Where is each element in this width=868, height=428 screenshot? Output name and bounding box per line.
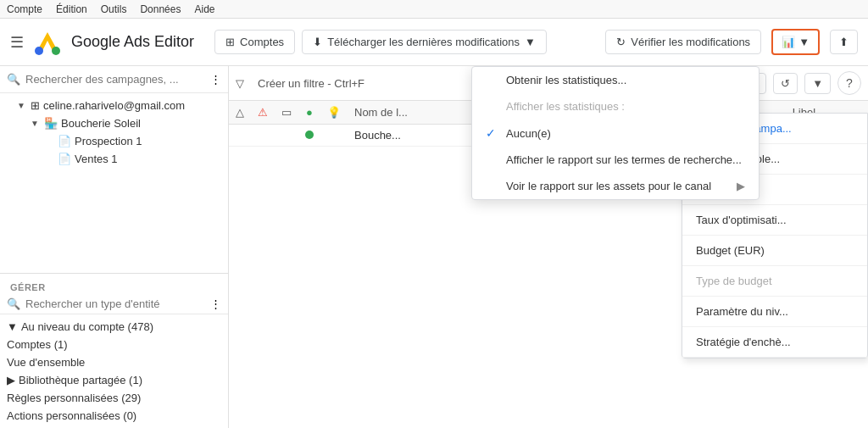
download-button[interactable]: ⬇ Télécharger les dernières modification… [302,30,547,54]
merchant-expand-icon: ▼ [31,119,41,128]
campaign-icon: 📄 [58,135,71,147]
download-chevron-icon: ▼ [525,36,536,48]
stats-chevron: ▼ [798,36,810,48]
right-col-budget[interactable]: Budget (EUR) [682,236,867,266]
col-name[interactable]: Nom de l... [348,101,467,125]
menu-compte[interactable]: Compte [7,3,42,15]
cell-warning [251,125,275,147]
stats-button[interactable]: 📊 ▼ [771,29,820,55]
manage-tree: ▼ Au niveau du compte (478) Comptes (1) … [0,314,228,428]
merchant-item[interactable]: ▼ 🏪 Boucherie Soleil [0,114,228,132]
col-square: ▭ [275,101,298,125]
campaign-item-ventes[interactable]: 📄 Ventes 1 [0,150,228,168]
cell-square [275,125,298,147]
afficher-stats-item: Afficher les statistiques : [472,93,759,120]
download-icon: ⬇ [313,36,322,48]
manage-label: GÉRER [0,277,228,294]
filter-button[interactable]: Créer un filtre - Ctrl+F [251,74,371,93]
sidebar-search-area: 🔍 ⋮ [0,66,228,93]
main-layout: 🔍 ⋮ ▼ ⊞ celine.raharivelo@gmail.com ▼ 🏪 … [0,66,868,428]
hamburger-icon[interactable]: ☰ [10,33,24,52]
account-item[interactable]: ▼ ⊞ celine.raharivelo@gmail.com [0,97,228,114]
aucune-item[interactable]: ✓ Aucun(e) [472,120,759,147]
campaign2-icon: 📄 [58,153,71,165]
manage-more-icon[interactable]: ⋮ [210,297,221,310]
merchant-icon: 🏪 [44,117,58,130]
refresh-icon-button[interactable]: ↺ [773,73,798,94]
manage-section: GÉRER 🔍 ⋮ ▼ Au niveau du compte (478) Co… [0,273,228,428]
verify-button[interactable]: ↻ Vérifier les modifications [605,30,761,54]
help-button[interactable]: ? [837,71,861,95]
col-warning: ⚠ [251,101,275,125]
menu-aide[interactable]: Aide [194,3,214,15]
svg-point-1 [35,47,43,55]
manage-regles[interactable]: Règles personnalisées (29) [0,389,228,407]
stats-dropdown[interactable]: Obtenir les statistiques... Afficher les… [471,66,760,200]
upload-button[interactable]: ⬆ [830,30,858,54]
cell-bulb [320,125,348,147]
manage-search-area: 🔍 ⋮ [0,294,228,314]
manage-actions[interactable]: Actions personnalisées (0) [0,407,228,425]
col-bulb: 💡 [320,101,348,125]
submenu-arrow: ▶ [737,180,745,192]
menu-donnees[interactable]: Données [140,3,181,15]
verify-refresh-icon: ↻ [616,36,626,48]
menu-edition[interactable]: Édition [56,3,87,15]
right-col-strategie[interactable]: Stratégie d'enchè... [682,327,867,358]
cell-triangle [229,125,251,147]
rapport-termes-item[interactable]: Afficher le rapport sur les termes de re… [472,147,759,173]
right-col-param[interactable]: Paramètre du niv... [682,297,867,327]
manage-search-input[interactable] [25,297,205,310]
campaign-item-prospection[interactable]: 📄 Prospection 1 [0,132,228,150]
content-area: ▽ Créer un filtre - Ctrl+F + Ajouter une… [229,66,868,428]
cell-dot [298,125,320,147]
app-title: Google Ads Editor [71,33,194,51]
manage-search-icon: 🔍 [7,297,20,310]
sidebar-tree: ▼ ⊞ celine.raharivelo@gmail.com ▼ 🏪 Bouc… [0,93,228,273]
search-campaigns-input[interactable] [25,73,205,86]
search-icon: 🔍 [7,73,20,86]
right-col-type-budget[interactable]: Type de budget [682,266,867,297]
more-options-icon[interactable]: ⋮ [210,73,221,86]
bibliotheque-arrow: ▶ [7,374,15,386]
cell-name: Bouche... [348,125,467,147]
right-col-taux[interactable]: Taux d'optimisati... [682,205,867,236]
account-level-arrow: ▼ [7,320,18,333]
account-grid-icon: ⊞ [31,99,40,112]
accounts-button[interactable]: ⊞ Comptes [214,30,295,54]
accounts-grid-icon: ⊞ [225,36,235,48]
account-expand-icon: ▼ [17,101,27,110]
sidebar: 🔍 ⋮ ▼ ⊞ celine.raharivelo@gmail.com ▼ 🏪 … [0,66,229,428]
google-ads-logo [34,29,61,56]
manage-vue-ensemble[interactable]: Vue d'ensemble [0,353,228,371]
obtenir-stats-item[interactable]: Obtenir les statistiques... [472,67,759,93]
upload-icon: ⬆ [839,36,849,48]
stats-bar-icon: 📊 [782,36,795,48]
menu-outils[interactable]: Outils [101,3,127,15]
rapport-assets-item[interactable]: Voir le rapport sur les assets pour le c… [472,173,759,199]
filter-funnel-icon: ▽ [236,77,244,90]
manage-account-level[interactable]: ▼ Au niveau du compte (478) [0,318,228,336]
col-dot: ● [298,101,320,125]
menu-bar: Compte Édition Outils Données Aide [0,0,868,19]
manage-bibliotheque[interactable]: ▶ Bibliothèque partagée (1) [0,371,228,389]
col-triangle: △ [229,101,251,125]
svg-point-2 [52,47,60,55]
more-toolbar-btn[interactable]: ▼ [804,73,831,94]
manage-comptes[interactable]: Comptes (1) [0,336,228,353]
header-bar: ☰ Google Ads Editor ⊞ Comptes ⬇ Téléchar… [0,19,868,66]
